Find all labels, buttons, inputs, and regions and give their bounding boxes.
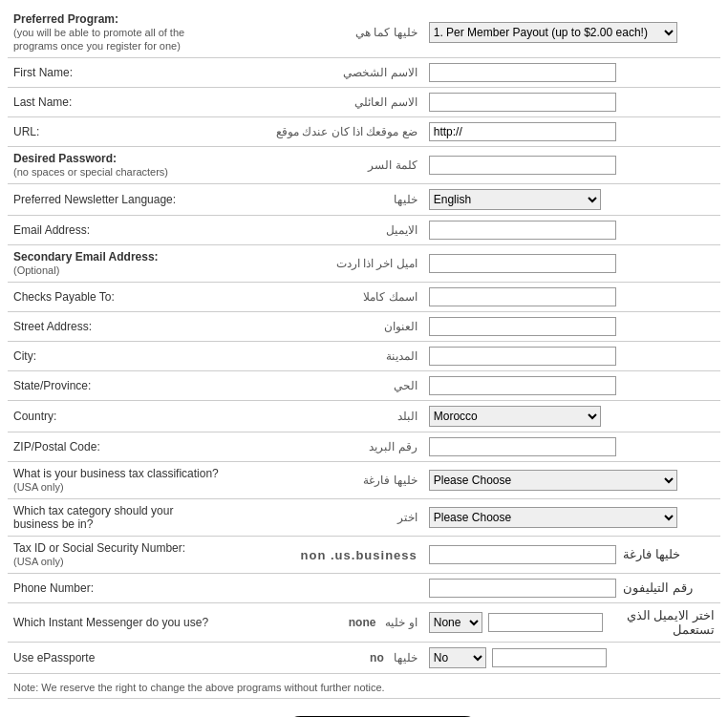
epassporte-id-input[interactable] xyxy=(492,648,607,667)
tax-classification-row: What is your business tax classification… xyxy=(8,462,720,499)
secondary-email-input-cell xyxy=(423,245,720,283)
url-input[interactable] xyxy=(429,122,616,141)
zip-input-cell xyxy=(423,432,720,462)
password-input[interactable] xyxy=(429,156,616,175)
city-input-cell xyxy=(423,342,720,371)
phone-row: Phone Number: رقم التيليفون xyxy=(8,574,720,603)
last-name-input-cell xyxy=(423,88,720,117)
tax-id-hint-right: خليها فارغة xyxy=(623,547,680,561)
country-row: Country: البلد Morocco Algeria Egypt Sau… xyxy=(8,401,720,432)
preferred-program-select[interactable]: 1. Per Member Payout (up to $2.00 each!) xyxy=(429,22,677,43)
password-hint: كلمة السر xyxy=(226,147,423,184)
tax-classification-hint: خليها فارغة xyxy=(226,462,423,499)
country-hint: البلد xyxy=(226,401,423,432)
email-hint: الايميل xyxy=(226,216,423,245)
last-name-input[interactable] xyxy=(429,93,616,112)
street-address-label: Street Address: xyxy=(8,312,226,342)
checks-payable-input[interactable] xyxy=(429,287,616,306)
password-label: Desired Password: (no spaces or special … xyxy=(8,147,226,184)
tax-category-select[interactable]: Please Choose Option 1 Option 2 xyxy=(429,507,677,528)
checks-payable-label: Checks Payable To: xyxy=(8,283,226,312)
email-row: Email Address: الايميل xyxy=(8,216,720,245)
state-input-cell xyxy=(423,371,720,401)
first-name-input-cell xyxy=(423,58,720,88)
newsletter-language-label: Preferred Newsletter Language: xyxy=(8,184,226,216)
country-select-cell: Morocco Algeria Egypt Saudi Arabia Unite… xyxy=(423,401,720,432)
messenger-select[interactable]: None AIM Yahoo MSN ICQ xyxy=(429,612,482,633)
checks-payable-row: Checks Payable To: اسمك كاملا xyxy=(8,283,720,312)
city-hint: المدينة xyxy=(226,342,423,371)
first-name-label: First Name: xyxy=(8,58,226,88)
tax-classification-select-cell: Please Choose Option 1 Option 2 xyxy=(423,462,720,499)
url-input-cell xyxy=(423,117,720,147)
phone-input[interactable] xyxy=(429,579,616,598)
url-hint: ضع موقعك اذا كان عندك موقع xyxy=(226,117,423,147)
messenger-hint-right: اختر الايميل الذي تستعمل xyxy=(609,608,715,637)
tax-id-row: Tax ID or Social Security Number: (USA o… xyxy=(8,537,720,574)
url-label: URL: xyxy=(8,117,226,147)
first-name-input[interactable] xyxy=(429,63,616,82)
country-select[interactable]: Morocco Algeria Egypt Saudi Arabia Unite… xyxy=(429,406,601,427)
phone-hint-empty xyxy=(226,574,423,603)
preferred-program-row: Preferred Program: (you will be able to … xyxy=(8,8,720,58)
tax-classification-label: What is your business tax classification… xyxy=(8,462,226,499)
url-row: URL: ضع موقعك اذا كان عندك موقع xyxy=(8,117,720,147)
street-address-row: Street Address: العنوان xyxy=(8,312,720,342)
preferred-program-label: Preferred Program: (you will be able to … xyxy=(8,8,226,58)
tax-category-label: Which tax category should your business … xyxy=(8,499,226,537)
tax-category-row: Which tax category should your business … xyxy=(8,499,720,537)
password-row: Desired Password: (no spaces or special … xyxy=(8,147,720,184)
state-row: State/Province: الحي xyxy=(8,371,720,401)
email-input-cell xyxy=(423,216,720,245)
tax-category-hint: اختر xyxy=(226,499,423,537)
password-input-cell xyxy=(423,147,720,184)
preferred-program-select-cell: 1. Per Member Payout (up to $2.00 each!) xyxy=(423,8,720,58)
messenger-row: Which Instant Messenger do you use? او خ… xyxy=(8,603,720,643)
registration-table: Preferred Program: (you will be able to … xyxy=(8,8,720,717)
state-label: State/Province: xyxy=(8,371,226,401)
city-input[interactable] xyxy=(429,347,616,366)
tax-id-hint-left: non .us.business xyxy=(226,537,423,574)
tax-classification-select[interactable]: Please Choose Option 1 Option 2 xyxy=(429,470,677,491)
messenger-hint-left: او خليه none xyxy=(226,603,423,643)
messenger-id-input[interactable] xyxy=(488,613,603,632)
zip-label: ZIP/Postal Code: xyxy=(8,432,226,462)
form-container: Preferred Program: (you will be able to … xyxy=(0,0,728,717)
secondary-email-input[interactable] xyxy=(429,254,616,273)
last-name-label: Last Name: xyxy=(8,88,226,117)
messenger-input-cell: None AIM Yahoo MSN ICQ اختر الايميل الذي… xyxy=(423,603,720,643)
messenger-label: Which Instant Messenger do you use? xyxy=(8,603,226,643)
checks-payable-input-cell xyxy=(423,283,720,312)
email-input[interactable] xyxy=(429,221,616,240)
secondary-email-hint: اميل اخر اذا اردت xyxy=(226,245,423,283)
zip-input[interactable] xyxy=(429,437,616,456)
city-row: City: المدينة xyxy=(8,342,720,371)
preferred-program-hint: خليها كما هي xyxy=(226,8,423,58)
street-address-hint: العنوان xyxy=(226,312,423,342)
newsletter-language-select-cell: English Arabic French xyxy=(423,184,720,216)
epassporte-controls: No Yes xyxy=(429,647,715,668)
first-name-hint: الاسم الشخصي xyxy=(226,58,423,88)
street-address-input-cell xyxy=(423,312,720,342)
state-input[interactable] xyxy=(429,376,616,395)
epassporte-input-cell: No Yes xyxy=(423,643,720,674)
country-label: Country: xyxy=(8,401,226,432)
last-name-hint: الاسم العائلي xyxy=(226,88,423,117)
epassporte-select[interactable]: No Yes xyxy=(429,647,486,668)
city-label: City: xyxy=(8,342,226,371)
first-name-row: First Name: الاسم الشخصي xyxy=(8,58,720,88)
state-hint: الحي xyxy=(226,371,423,401)
epassporte-label: Use ePassporte xyxy=(8,643,226,674)
secondary-email-row: Secondary Email Address: (Optional) اميل… xyxy=(8,245,720,283)
secondary-email-label: Secondary Email Address: (Optional) xyxy=(8,245,226,283)
messenger-controls: None AIM Yahoo MSN ICQ اختر الايميل الذي… xyxy=(429,608,715,637)
footer-cell: تابع Click Here for the Last Step xyxy=(8,699,720,718)
tax-id-label: Tax ID or Social Security Number: (USA o… xyxy=(8,537,226,574)
checks-payable-hint: اسمك كاملا xyxy=(226,283,423,312)
newsletter-language-select[interactable]: English Arabic French xyxy=(429,189,601,210)
zip-hint: رقم البريد xyxy=(226,432,423,462)
epassporte-row: Use ePassporte خليها no No Yes xyxy=(8,643,720,674)
tax-id-input[interactable] xyxy=(429,545,616,564)
submit-area: تابع Click Here for the Last Step xyxy=(13,708,715,717)
street-address-input[interactable] xyxy=(429,317,616,336)
